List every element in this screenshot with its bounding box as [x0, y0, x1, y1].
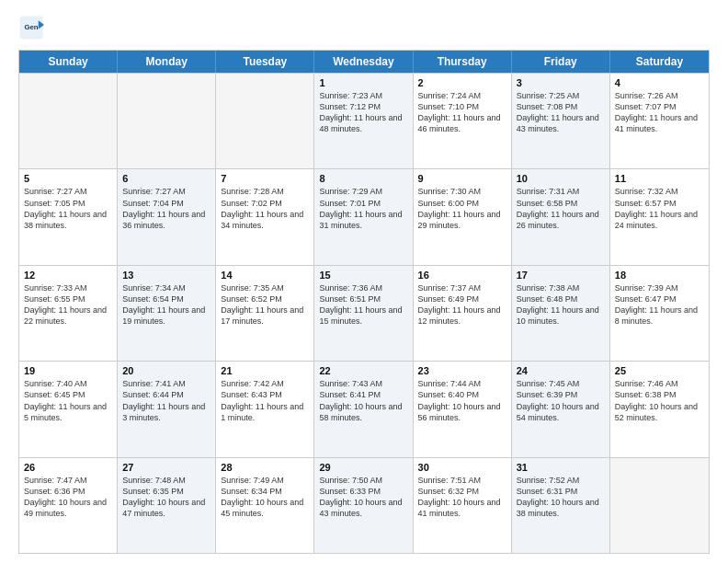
- day-cell-10: 10Sunrise: 7:31 AMSunset: 6:58 PMDayligh…: [512, 169, 610, 264]
- day-cell-1: 1Sunrise: 7:23 AMSunset: 7:12 PMDaylight…: [314, 74, 413, 168]
- sunrise-text: Sunrise: 7:35 AM: [221, 282, 309, 293]
- header-day-wednesday: Wednesday: [314, 51, 413, 73]
- day-cell-17: 17Sunrise: 7:38 AMSunset: 6:48 PMDayligh…: [512, 266, 610, 361]
- day-number: 15: [319, 270, 407, 281]
- sunset-text: Sunset: 6:45 PM: [24, 389, 112, 400]
- sunrise-text: Sunrise: 7:25 AM: [517, 90, 605, 101]
- day-cell-12: 12Sunrise: 7:33 AMSunset: 6:55 PMDayligh…: [19, 266, 118, 361]
- empty-cell-0-0: [19, 74, 118, 168]
- sunset-text: Sunset: 6:48 PM: [517, 293, 605, 304]
- day-number: 24: [517, 365, 605, 376]
- day-cell-13: 13Sunrise: 7:34 AMSunset: 6:54 PMDayligh…: [118, 266, 216, 361]
- day-cell-11: 11Sunrise: 7:32 AMSunset: 6:57 PMDayligh…: [610, 169, 709, 264]
- sunrise-text: Sunrise: 7:23 AM: [319, 90, 407, 101]
- sunset-text: Sunset: 6:52 PM: [221, 293, 309, 304]
- svg-text:Gen: Gen: [24, 23, 38, 31]
- daylight-text: Daylight: 11 hours and 29 minutes.: [418, 209, 506, 231]
- day-cell-14: 14Sunrise: 7:35 AMSunset: 6:52 PMDayligh…: [216, 266, 314, 361]
- empty-cell-0-1: [118, 74, 216, 168]
- sunrise-text: Sunrise: 7:37 AM: [418, 282, 506, 293]
- daylight-text: Daylight: 11 hours and 31 minutes.: [319, 209, 407, 231]
- day-cell-9: 9Sunrise: 7:30 AMSunset: 6:00 PMDaylight…: [414, 169, 512, 264]
- day-number: 30: [418, 462, 506, 473]
- calendar: SundayMondayTuesdayWednesdayThursdayFrid…: [18, 50, 710, 554]
- day-cell-7: 7Sunrise: 7:28 AMSunset: 7:02 PMDaylight…: [216, 169, 314, 264]
- sunrise-text: Sunrise: 7:29 AM: [319, 186, 407, 197]
- sunrise-text: Sunrise: 7:46 AM: [615, 378, 704, 389]
- daylight-text: Daylight: 10 hours and 56 minutes.: [418, 401, 506, 423]
- calendar-header: SundayMondayTuesdayWednesdayThursdayFrid…: [19, 51, 709, 73]
- sunset-text: Sunset: 6:58 PM: [517, 198, 605, 209]
- daylight-text: Daylight: 11 hours and 36 minutes.: [122, 209, 210, 231]
- sunrise-text: Sunrise: 7:43 AM: [319, 378, 407, 389]
- empty-cell-4-6: [610, 458, 709, 553]
- daylight-text: Daylight: 11 hours and 38 minutes.: [24, 209, 112, 231]
- sunset-text: Sunset: 6:40 PM: [418, 389, 506, 400]
- sunset-text: Sunset: 6:38 PM: [615, 389, 704, 400]
- header-day-saturday: Saturday: [610, 51, 709, 73]
- daylight-text: Daylight: 10 hours and 45 minutes.: [221, 497, 309, 519]
- day-number: 25: [615, 365, 704, 376]
- day-number: 1: [319, 77, 407, 88]
- sunrise-text: Sunrise: 7:44 AM: [418, 378, 506, 389]
- empty-cell-0-2: [216, 74, 314, 168]
- day-number: 17: [517, 270, 605, 281]
- sunrise-text: Sunrise: 7:31 AM: [517, 186, 605, 197]
- day-cell-31: 31Sunrise: 7:52 AMSunset: 6:31 PMDayligh…: [512, 458, 610, 553]
- daylight-text: Daylight: 11 hours and 22 minutes.: [24, 304, 112, 327]
- sunset-text: Sunset: 6:00 PM: [418, 198, 506, 209]
- day-cell-25: 25Sunrise: 7:46 AMSunset: 6:38 PMDayligh…: [610, 362, 709, 456]
- sunset-text: Sunset: 6:47 PM: [615, 293, 704, 304]
- sunrise-text: Sunrise: 7:33 AM: [24, 282, 112, 293]
- sunrise-text: Sunrise: 7:47 AM: [24, 475, 112, 486]
- daylight-text: Daylight: 11 hours and 12 minutes.: [418, 304, 506, 327]
- day-number: 20: [122, 365, 210, 376]
- day-cell-20: 20Sunrise: 7:41 AMSunset: 6:44 PMDayligh…: [118, 362, 216, 456]
- daylight-text: Daylight: 11 hours and 17 minutes.: [221, 304, 309, 327]
- sunrise-text: Sunrise: 7:45 AM: [517, 378, 605, 389]
- day-cell-27: 27Sunrise: 7:48 AMSunset: 6:35 PMDayligh…: [118, 458, 216, 553]
- calendar-body: 1Sunrise: 7:23 AMSunset: 7:12 PMDaylight…: [19, 73, 709, 553]
- day-number: 28: [221, 462, 309, 473]
- day-cell-18: 18Sunrise: 7:39 AMSunset: 6:47 PMDayligh…: [610, 266, 709, 361]
- daylight-text: Daylight: 11 hours and 8 minutes.: [615, 304, 704, 327]
- day-number: 18: [615, 270, 704, 281]
- day-number: 29: [319, 462, 407, 473]
- header-day-sunday: Sunday: [19, 51, 118, 73]
- sunrise-text: Sunrise: 7:34 AM: [122, 282, 210, 293]
- day-number: 23: [418, 365, 506, 376]
- day-cell-28: 28Sunrise: 7:49 AMSunset: 6:34 PMDayligh…: [216, 458, 314, 553]
- sunrise-text: Sunrise: 7:32 AM: [615, 186, 704, 197]
- daylight-text: Daylight: 10 hours and 41 minutes.: [418, 497, 506, 519]
- daylight-text: Daylight: 11 hours and 41 minutes.: [615, 112, 704, 134]
- header: Gen: [18, 15, 710, 40]
- day-number: 22: [319, 365, 407, 376]
- daylight-text: Daylight: 11 hours and 34 minutes.: [221, 209, 309, 231]
- sunrise-text: Sunrise: 7:42 AM: [221, 378, 309, 389]
- day-number: 5: [24, 173, 112, 184]
- day-number: 7: [221, 173, 309, 184]
- sunset-text: Sunset: 6:49 PM: [418, 293, 506, 304]
- sunset-text: Sunset: 6:57 PM: [615, 198, 704, 209]
- sunset-text: Sunset: 7:04 PM: [122, 198, 210, 209]
- day-number: 8: [319, 173, 407, 184]
- sunrise-text: Sunrise: 7:41 AM: [122, 378, 210, 389]
- sunrise-text: Sunrise: 7:24 AM: [418, 90, 506, 101]
- logo-icon: Gen: [18, 15, 44, 40]
- day-cell-2: 2Sunrise: 7:24 AMSunset: 7:10 PMDaylight…: [414, 74, 512, 168]
- calendar-row-3: 19Sunrise: 7:40 AMSunset: 6:45 PMDayligh…: [19, 361, 709, 456]
- daylight-text: Daylight: 10 hours and 49 minutes.: [24, 497, 112, 519]
- calendar-row-2: 12Sunrise: 7:33 AMSunset: 6:55 PMDayligh…: [19, 265, 709, 361]
- sunset-text: Sunset: 7:05 PM: [24, 198, 112, 209]
- sunrise-text: Sunrise: 7:30 AM: [418, 186, 506, 197]
- daylight-text: Daylight: 11 hours and 43 minutes.: [517, 112, 605, 134]
- daylight-text: Daylight: 10 hours and 54 minutes.: [517, 401, 605, 423]
- daylight-text: Daylight: 10 hours and 52 minutes.: [615, 401, 704, 423]
- header-day-thursday: Thursday: [414, 51, 512, 73]
- daylight-text: Daylight: 11 hours and 26 minutes.: [517, 209, 605, 231]
- daylight-text: Daylight: 11 hours and 48 minutes.: [319, 112, 407, 134]
- sunset-text: Sunset: 6:32 PM: [418, 486, 506, 497]
- sunrise-text: Sunrise: 7:48 AM: [122, 475, 210, 486]
- sunset-text: Sunset: 6:31 PM: [517, 486, 605, 497]
- sunset-text: Sunset: 6:33 PM: [319, 486, 407, 497]
